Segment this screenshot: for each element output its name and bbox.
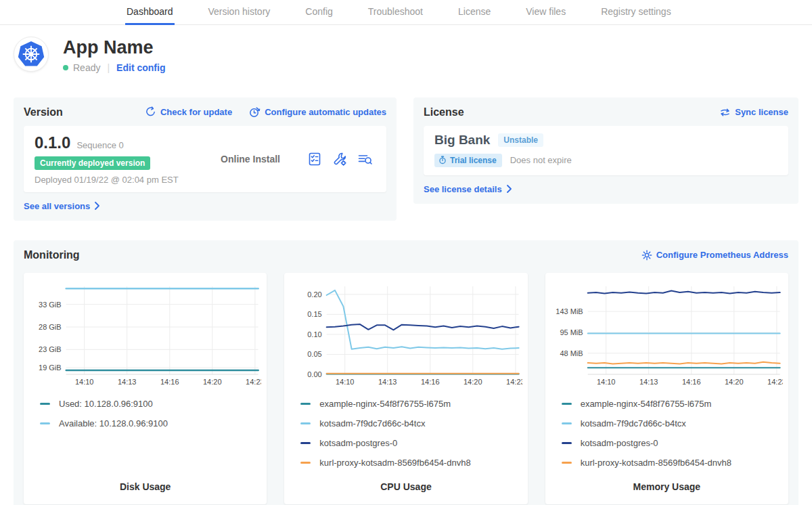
svg-text:14:16: 14:16 xyxy=(160,378,179,386)
svg-text:14:10: 14:10 xyxy=(75,378,94,386)
tab-troubleshoot[interactable]: Troubleshoot xyxy=(367,0,424,25)
chart-title: Disk Usage xyxy=(29,481,261,495)
deployed-timestamp: Deployed 01/19/22 @ 02:04 pm EST xyxy=(35,175,194,185)
tab-view-files[interactable]: View files xyxy=(524,0,567,25)
preflight-checks-icon xyxy=(307,152,322,167)
legend-label: Available: 10.128.0.96:9100 xyxy=(59,418,168,429)
cpu-usage-plot: 0.000.050.100.150.2014:1014:1314:1614:20… xyxy=(290,281,522,388)
legend-item: Available: 10.128.0.96:9100 xyxy=(40,418,261,429)
sequence-label: Sequence 0 xyxy=(76,140,123,150)
chevron-right-icon xyxy=(95,202,99,210)
config-wrench-icon xyxy=(332,152,347,167)
legend-item: example-nginx-54f8f76755-l675m xyxy=(562,399,783,409)
tab-dashboard[interactable]: Dashboard xyxy=(125,0,175,25)
legend-swatch xyxy=(562,422,572,424)
svg-text:14:23: 14:23 xyxy=(506,378,522,386)
nav-tabs: DashboardVersion historyConfigTroublesho… xyxy=(125,0,673,24)
status-badge: Ready xyxy=(73,62,100,73)
license-type-badge: Trial license xyxy=(434,154,502,167)
legend-swatch xyxy=(300,462,311,464)
configure-prometheus-link[interactable]: Configure Prometheus Address xyxy=(641,250,788,261)
kubernetes-logo-icon xyxy=(18,41,45,67)
chevron-right-icon xyxy=(507,185,512,193)
legend-item: example-nginx-54f8f76755-l675m xyxy=(300,399,522,409)
check-for-update-link[interactable]: Check for update xyxy=(145,106,232,118)
tab-version-history[interactable]: Version history xyxy=(207,0,272,25)
helm-wheel-icon xyxy=(21,44,41,64)
legend-label: Used: 10.128.0.96:9100 xyxy=(59,399,153,409)
chart-title: Memory Usage xyxy=(551,481,783,495)
svg-text:14:23: 14:23 xyxy=(246,378,261,386)
gear-icon xyxy=(641,250,652,261)
app-logo xyxy=(14,37,49,72)
memory-usage-chart: 48 MiB95 MiB143 MiB14:1014:1314:1614:201… xyxy=(545,273,788,504)
deploy-logs-button[interactable] xyxy=(357,152,373,167)
cpu-usage-chart: 0.000.050.100.150.2014:1014:1314:1614:20… xyxy=(284,273,527,504)
version-card: Version Check for update xyxy=(14,97,397,221)
edit-config-button[interactable] xyxy=(332,152,347,167)
customer-name: Big Bank xyxy=(434,133,490,148)
svg-text:0.00: 0.00 xyxy=(308,370,322,378)
legend-swatch xyxy=(562,403,572,405)
license-summary-row: Big Bank Unstable Trial l xyxy=(424,126,788,175)
license-card: License Sync license Big Bank Unstable xyxy=(413,97,798,204)
legend-swatch xyxy=(40,403,50,405)
legend-swatch xyxy=(562,462,572,464)
top-nav: DashboardVersion historyConfigTroublesho… xyxy=(0,0,812,25)
install-type-label: Online Install xyxy=(194,154,307,164)
expiry-text: Does not expire xyxy=(510,155,572,165)
svg-text:14:13: 14:13 xyxy=(639,378,658,386)
svg-text:14:10: 14:10 xyxy=(336,378,355,386)
tab-license[interactable]: License xyxy=(457,0,492,25)
svg-text:14:20: 14:20 xyxy=(203,378,222,386)
memory-usage-legend: example-nginx-54f8f76755-l675mkotsadm-7f… xyxy=(562,399,783,468)
legend-swatch xyxy=(300,403,311,405)
cpu-usage-legend: example-nginx-54f8f76755-l675mkotsadm-7f… xyxy=(300,399,522,468)
edit-config-link[interactable]: Edit config xyxy=(116,62,165,73)
refresh-icon xyxy=(145,106,156,118)
svg-text:48 MiB: 48 MiB xyxy=(560,349,583,357)
sync-license-link[interactable]: Sync license xyxy=(719,107,788,118)
schedule-update-icon xyxy=(248,106,261,118)
legend-item: kurl-proxy-kotsadm-8569fb6454-dnvh8 xyxy=(300,458,522,468)
legend-swatch xyxy=(300,442,311,444)
tab-config[interactable]: Config xyxy=(304,0,334,25)
monitoring-title: Monitoring xyxy=(24,249,80,261)
svg-text:28 GiB: 28 GiB xyxy=(39,322,62,330)
legend-item: kotsadm-postgres-0 xyxy=(300,438,522,448)
legend-swatch xyxy=(40,422,50,424)
divider: | xyxy=(105,62,112,73)
svg-text:19 GiB: 19 GiB xyxy=(39,363,62,371)
legend-item: Used: 10.128.0.96:9100 xyxy=(40,399,261,409)
legend-item: kurl-proxy-kotsadm-8569fb6454-dnvh8 xyxy=(562,458,783,468)
see-license-details-link[interactable]: See license details xyxy=(424,184,512,194)
version-card-title: Version xyxy=(24,106,63,118)
legend-label: kotsadm-postgres-0 xyxy=(319,438,397,448)
legend-label: kotsadm-7f9dc7d66c-b4tcx xyxy=(581,418,686,429)
legend-label: kotsadm-postgres-0 xyxy=(581,438,658,448)
tab-registry-settings[interactable]: Registry settings xyxy=(600,0,672,25)
svg-text:0.15: 0.15 xyxy=(308,310,322,318)
disk-usage-legend: Used: 10.128.0.96:9100Available: 10.128.… xyxy=(40,399,261,429)
version-number: 0.1.0 xyxy=(35,133,70,152)
configure-automatic-updates-link[interactable]: Configure automatic updates xyxy=(248,106,386,118)
svg-text:95 MiB: 95 MiB xyxy=(560,328,583,336)
legend-swatch xyxy=(562,442,572,444)
preflight-checks-button[interactable] xyxy=(307,152,322,167)
sync-icon xyxy=(719,107,731,118)
deployed-badge: Currently deployed version xyxy=(35,156,150,170)
status-dot xyxy=(63,65,68,70)
svg-text:0.05: 0.05 xyxy=(308,350,322,358)
svg-text:14:23: 14:23 xyxy=(767,378,783,386)
legend-item: kotsadm-7f9dc7d66c-b4tcx xyxy=(300,418,522,429)
svg-text:0.20: 0.20 xyxy=(308,290,322,298)
legend-item: kotsadm-postgres-0 xyxy=(562,438,783,448)
license-card-title: License xyxy=(424,106,464,118)
see-all-versions-link[interactable]: See all versions xyxy=(24,201,99,211)
legend-label: kurl-proxy-kotsadm-8569fb6454-dnvh8 xyxy=(319,458,470,468)
memory-usage-plot: 48 MiB95 MiB143 MiB14:1014:1314:1614:201… xyxy=(551,281,783,388)
deploy-logs-icon xyxy=(357,152,373,167)
legend-label: example-nginx-54f8f76755-l675m xyxy=(319,399,451,409)
legend-label: kotsadm-7f9dc7d66c-b4tcx xyxy=(319,418,425,429)
page-title: App Name xyxy=(63,38,165,58)
